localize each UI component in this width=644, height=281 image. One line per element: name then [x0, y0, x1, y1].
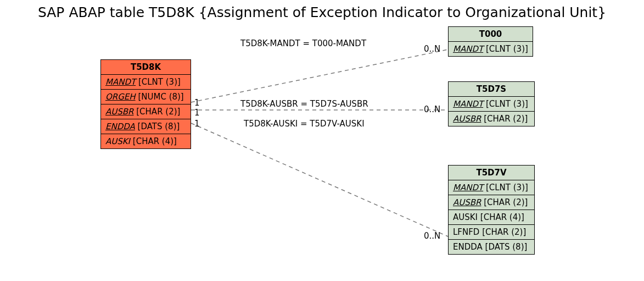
entity-t5d7s-field: MANDT [CLNT (3)] [449, 97, 534, 112]
entity-t000-field: MANDT [CLNT (3)] [449, 42, 533, 56]
card-left-r2: 1 [194, 98, 200, 108]
field-name: AUSKI [105, 136, 130, 146]
entity-t5d7v: T5D7V MANDT [CLNT (3)] AUSBR [CHAR (2)] … [448, 165, 535, 255]
entity-t5d7v-header: T5D7V [449, 166, 534, 180]
field-type: [CLNT (3)] [486, 183, 528, 192]
entity-t5d7v-field: ENDDA [DATS (8)] [449, 240, 534, 254]
field-name: ENDDA [105, 122, 135, 131]
relation-label-3: T5D8K-AUSKI = T5D7V-AUSKI [244, 119, 365, 129]
field-type: [CHAR (2)] [484, 197, 528, 207]
field-type: [CLNT (3)] [486, 44, 528, 54]
card-left-r3: 1 [194, 119, 200, 129]
connector-lines [0, 0, 644, 281]
svg-line-2 [191, 123, 448, 236]
entity-t000-header: T000 [449, 27, 533, 42]
field-name: AUSBR [105, 107, 133, 117]
entity-t5d8k-header: T5D8K [101, 60, 191, 75]
field-type: [NUMC (8)] [138, 92, 183, 102]
field-type: [DATS (8)] [485, 242, 528, 252]
card-left-extra: 1 [194, 108, 200, 118]
field-type: [CHAR (4)] [133, 136, 177, 146]
entity-t5d8k-field: ENDDA [DATS (8)] [101, 119, 191, 134]
field-name: AUSBR [453, 114, 481, 124]
card-right-r2: 0..N [424, 104, 440, 114]
field-name: AUSKI [453, 212, 478, 222]
svg-line-0 [191, 49, 448, 102]
entity-t5d8k: T5D8K MANDT [CLNT (3)] ORGEH [NUMC (8)] … [100, 59, 191, 149]
field-type: [CHAR (2)] [136, 107, 180, 117]
field-type: [CLNT (3)] [486, 99, 528, 109]
field-name: MANDT [105, 77, 136, 87]
field-name: AUSBR [453, 197, 481, 207]
entity-t5d8k-field: AUSKI [CHAR (4)] [101, 134, 191, 148]
entity-t5d7v-field: AUSBR [CHAR (2)] [449, 195, 534, 210]
field-type: [DATS (8)] [138, 122, 180, 131]
field-name: MANDT [453, 99, 483, 109]
entity-t5d7s: T5D7S MANDT [CLNT (3)] AUSBR [CHAR (2)] [448, 81, 535, 126]
field-type: [CHAR (4)] [480, 212, 524, 222]
field-type: [CLNT (3)] [138, 77, 181, 87]
entity-t5d8k-field: MANDT [CLNT (3)] [101, 75, 191, 90]
relation-label-2: T5D8K-AUSBR = T5D7S-AUSBR [240, 99, 368, 109]
card-right-r3: 0..N [424, 231, 440, 241]
entity-t5d7v-field: LFNFD [CHAR (2)] [449, 225, 534, 240]
field-type: [CHAR (2)] [484, 114, 528, 124]
entity-t5d8k-field: ORGEH [NUMC (8)] [101, 90, 191, 104]
field-name: LFNFD [453, 227, 479, 237]
entity-t5d7s-field: AUSBR [CHAR (2)] [449, 112, 534, 126]
page-title: SAP ABAP table T5D8K {Assignment of Exce… [0, 4, 644, 20]
relation-label-1: T5D8K-MANDT = T000-MANDT [240, 38, 366, 48]
card-right-r1: 0..N [424, 44, 440, 54]
entity-t5d7v-field: MANDT [CLNT (3)] [449, 180, 534, 195]
entity-t5d7v-field: AUSKI [CHAR (4)] [449, 210, 534, 225]
field-type: [CHAR (2)] [482, 227, 526, 237]
field-name: ENDDA [453, 242, 483, 252]
entity-t5d8k-field: AUSBR [CHAR (2)] [101, 104, 191, 119]
field-name: MANDT [453, 44, 483, 54]
entity-t5d7s-header: T5D7S [449, 82, 534, 97]
field-name: ORGEH [105, 92, 136, 102]
entity-t000: T000 MANDT [CLNT (3)] [448, 26, 533, 57]
field-name: MANDT [453, 183, 483, 192]
